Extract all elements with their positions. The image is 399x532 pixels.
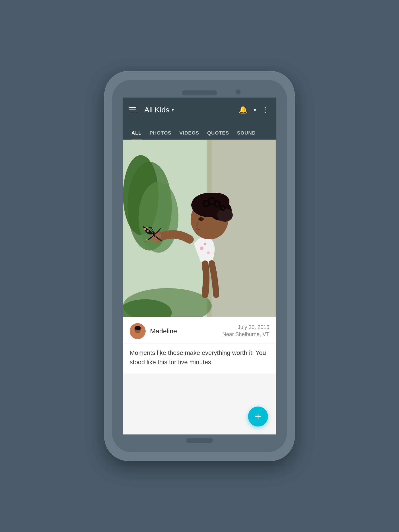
post-caption: Moments like these make everything worth…	[123, 344, 276, 374]
phone-screen: All Kids ▾ 🔔 ▪ ⋮ ALL PHOTOS VIDEOS	[123, 98, 276, 434]
profile-square-icon[interactable]: ▪	[254, 106, 256, 113]
content-area: Madeline July 20, 2015 Near Shelburne, V…	[123, 140, 276, 434]
svg-point-28	[146, 227, 148, 228]
svg-point-15	[201, 218, 202, 220]
svg-point-11	[204, 243, 206, 245]
post-meta: July 20, 2015 Near Shelburne, VT	[222, 323, 269, 337]
svg-point-10	[207, 251, 210, 254]
more-options-icon[interactable]: ⋮	[262, 106, 270, 114]
tab-videos[interactable]: VIDEOS	[175, 130, 203, 139]
phone-outer: All Kids ▾ 🔔 ▪ ⋮ ALL PHOTOS VIDEOS	[104, 71, 295, 461]
top-bar-icons: 🔔 ▪ ⋮	[239, 106, 270, 114]
author-name: Madeline	[150, 327, 177, 335]
post-info: Madeline July 20, 2015 Near Shelburne, V…	[123, 317, 276, 344]
app-title-text: All Kids	[144, 106, 169, 114]
tab-bar: ALL PHOTOS VIDEOS QUOTES SOUND	[123, 122, 276, 140]
post-image	[123, 140, 276, 317]
dropdown-arrow-icon: ▾	[171, 107, 174, 113]
svg-point-29	[146, 239, 148, 241]
phone-speaker	[182, 90, 217, 95]
tab-sound[interactable]: SOUND	[233, 130, 260, 139]
svg-point-20	[217, 208, 233, 222]
svg-point-26	[144, 228, 146, 230]
phone-home-button	[186, 438, 213, 443]
tab-all[interactable]: ALL	[127, 130, 146, 139]
svg-point-9	[200, 247, 203, 250]
post-location: Near Shelburne, VT	[222, 331, 269, 337]
avatar	[130, 323, 146, 339]
svg-point-31	[150, 227, 152, 228]
post-author: Madeline	[130, 323, 177, 339]
post-date: July 20, 2015	[222, 323, 269, 331]
svg-point-35	[134, 326, 141, 330]
svg-point-30	[149, 227, 150, 228]
tab-quotes[interactable]: QUOTES	[203, 130, 233, 139]
add-content-fab[interactable]: +	[248, 406, 268, 426]
svg-point-27	[147, 230, 149, 232]
app-title-container[interactable]: All Kids ▾	[144, 106, 239, 114]
phone-camera	[236, 89, 241, 95]
phone-inner: All Kids ▾ 🔔 ▪ ⋮ ALL PHOTOS VIDEOS	[112, 80, 287, 452]
hamburger-menu-button[interactable]	[129, 107, 136, 112]
post-card: Madeline July 20, 2015 Near Shelburne, V…	[123, 140, 276, 374]
notification-bell-icon[interactable]: 🔔	[239, 106, 248, 114]
plus-icon: +	[255, 411, 261, 422]
top-bar: All Kids ▾ 🔔 ▪ ⋮	[123, 98, 276, 122]
tab-photos[interactable]: PHOTOS	[146, 130, 176, 139]
